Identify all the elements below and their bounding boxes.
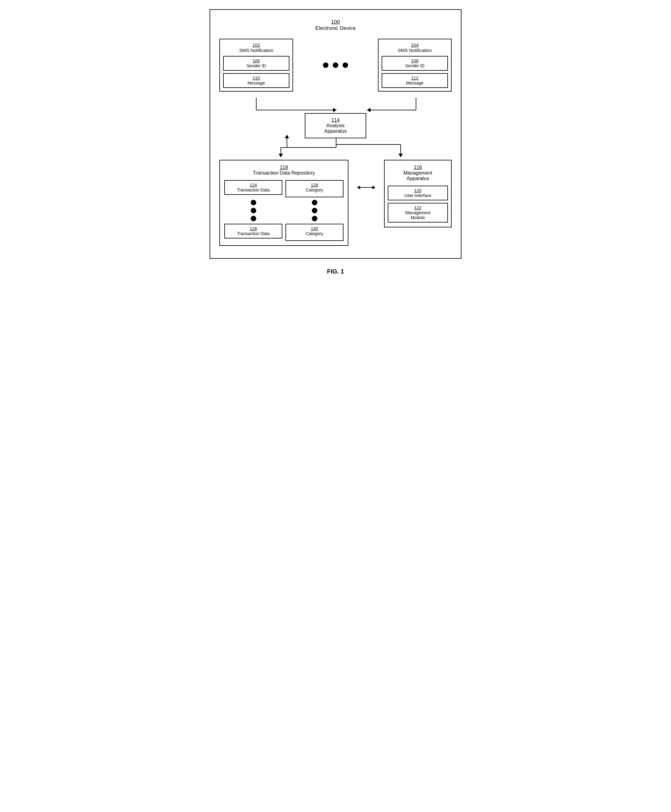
svg-marker-17 [357, 186, 360, 189]
diagram-border: 100 Electronic Device 102 SMS Notificati… [209, 9, 462, 259]
sms-right-ref: 104 [381, 43, 448, 48]
transaction-data-bottom-box: 126 Transaction Data [224, 224, 282, 239]
repo-dot-r2 [312, 208, 317, 213]
page-container: 100 Electronic Device 102 SMS Notificati… [209, 9, 462, 275]
user-interface-label: User Interface [390, 193, 446, 198]
user-interface-ref: 120 [390, 188, 446, 193]
repo-box: 118 Transaction Data Repository 124 Tran… [220, 160, 348, 246]
sender-id-right-box: 108 Sender ID [381, 56, 448, 71]
device-label: 100 Electronic Device [220, 19, 451, 31]
mgmt-ref: 116 [388, 165, 448, 170]
connector-area [220, 98, 451, 113]
sender-id-left-label: Sender ID [225, 63, 288, 68]
repo-dots-right [285, 200, 344, 221]
svg-marker-9 [279, 154, 283, 157]
lower-connector [220, 138, 451, 157]
svg-marker-2 [333, 108, 337, 112]
sender-id-left-box: 106 Sender ID [223, 56, 290, 71]
bi-arrow [360, 160, 372, 191]
transaction-data-top-label: Transaction Data [226, 188, 281, 193]
message-right-ref: 112 [383, 76, 446, 80]
repo-dot-l2 [251, 208, 256, 213]
sms-right-title: 104 SMS Notification [381, 43, 448, 53]
repo-dot-l3 [251, 216, 256, 221]
repo-top-grid: 124 Transaction Data 128 Category [224, 180, 344, 197]
repo-dot-l1 [251, 200, 256, 205]
sms-left-box: 102 SMS Notification 106 Sender ID 110 M… [220, 39, 293, 92]
message-left-ref: 110 [225, 76, 288, 80]
svg-marker-5 [367, 108, 371, 112]
sms-right-label: SMS Notification [381, 48, 448, 53]
transaction-data-top-box: 124 Transaction Data [224, 180, 282, 195]
dot-1 [323, 62, 329, 68]
analysis-box: 114 AnalysisApparatus [305, 113, 366, 138]
user-interface-box: 120 User Interface [388, 186, 448, 200]
device-ref: 100 [220, 19, 451, 25]
repo-dot-r1 [312, 200, 317, 205]
management-module-box: 122 ManagementModule [388, 203, 448, 222]
fig-caption: FIG. 1 [327, 268, 344, 275]
repo-bottom-grid: 126 Transaction Data 130 Category [224, 224, 344, 241]
transaction-data-top-ref: 124 [226, 183, 281, 188]
category-bottom-ref: 130 [287, 226, 342, 231]
sender-id-right-ref: 108 [383, 58, 446, 63]
repo-label: Transaction Data Repository [224, 170, 344, 176]
repo-ref: 118 [224, 165, 344, 170]
message-left-box: 110 Message [223, 73, 290, 88]
svg-marker-13 [399, 154, 403, 157]
message-right-box: 112 Message [381, 73, 448, 88]
device-title: Electronic Device [220, 25, 451, 31]
repo-title: 118 Transaction Data Repository [224, 165, 344, 176]
dots-row [320, 62, 351, 68]
category-bottom-label: Category [287, 231, 342, 236]
category-top-ref: 128 [287, 183, 342, 188]
sender-id-left-ref: 106 [225, 58, 288, 63]
transaction-data-bottom-ref: 126 [226, 226, 281, 231]
top-row: 102 SMS Notification 106 Sender ID 110 M… [220, 39, 451, 92]
sms-left-label: SMS Notification [223, 48, 290, 53]
mgmt-label: ManagementApparatus [388, 170, 448, 181]
analysis-ref: 114 [308, 118, 363, 123]
repo-dots [224, 200, 344, 221]
sms-left-title: 102 SMS Notification [223, 43, 290, 53]
message-left-label: Message [225, 80, 288, 85]
management-box: 116 ManagementApparatus 120 User Interfa… [384, 160, 451, 227]
analysis-label: AnalysisApparatus [308, 123, 363, 134]
repo-dots-left [224, 200, 282, 221]
svg-marker-15 [285, 135, 289, 138]
category-top-label: Category [287, 188, 342, 193]
mgmt-title: 116 ManagementApparatus [388, 165, 448, 181]
sender-id-right-label: Sender ID [383, 63, 446, 68]
management-module-label: ManagementModule [390, 210, 446, 220]
sms-left-ref: 102 [223, 43, 290, 48]
dot-3 [342, 62, 348, 68]
management-module-ref: 122 [390, 205, 446, 210]
dot-2 [333, 62, 338, 68]
lower-row: 118 Transaction Data Repository 124 Tran… [220, 160, 451, 246]
sms-right-box: 104 SMS Notification 108 Sender ID 112 M… [378, 39, 451, 92]
repo-dot-r3 [312, 216, 317, 221]
category-top-box: 128 Category [285, 180, 344, 197]
message-right-label: Message [383, 80, 446, 85]
category-bottom-box: 130 Category [285, 224, 344, 241]
transaction-data-bottom-label: Transaction Data [226, 231, 281, 236]
svg-marker-18 [372, 186, 375, 189]
analysis-section: 114 AnalysisApparatus [220, 98, 451, 157]
